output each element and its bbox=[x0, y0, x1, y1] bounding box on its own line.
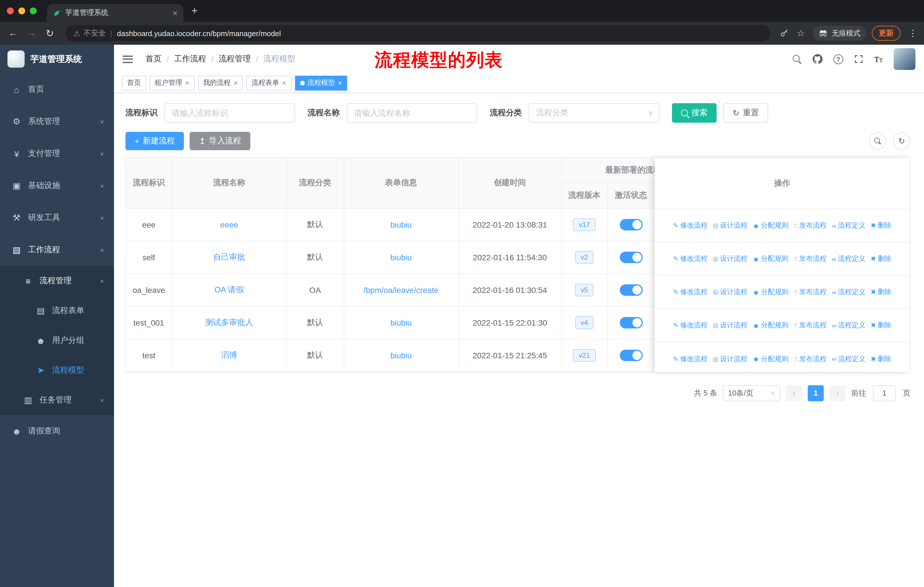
tag-close-icon[interactable]: × bbox=[282, 79, 286, 87]
publish-process-link[interactable]: ☝发布流程 bbox=[794, 354, 827, 364]
process-category-select[interactable]: 流程分类 ∨ bbox=[529, 103, 659, 123]
form-link[interactable]: biubiu bbox=[390, 253, 412, 262]
form-link[interactable]: biubiu bbox=[390, 318, 412, 327]
edit-process-link[interactable]: ✎修改流程 bbox=[673, 221, 708, 230]
password-key-icon[interactable] bbox=[780, 29, 789, 38]
help-icon[interactable]: ? bbox=[833, 54, 843, 64]
sidebar-item-process-management[interactable]: ≡ 流程管理 ∧ bbox=[0, 266, 114, 296]
reload-button[interactable]: ↻ bbox=[43, 27, 56, 39]
reset-button[interactable]: ↻ 重置 bbox=[723, 103, 768, 123]
tag-my-process[interactable]: 我的流程 × bbox=[198, 75, 243, 90]
edit-process-link[interactable]: ✎修改流程 bbox=[673, 321, 708, 330]
page-1-button[interactable]: 1 bbox=[808, 385, 824, 401]
create-process-button[interactable]: + 新建流程 bbox=[125, 132, 184, 150]
process-name-input[interactable] bbox=[346, 103, 477, 123]
window-zoom-button[interactable] bbox=[30, 7, 37, 14]
search-icon[interactable] bbox=[792, 55, 801, 63]
design-process-link[interactable]: ◎设计流程 bbox=[713, 354, 747, 364]
process-name-link[interactable]: eeee bbox=[220, 220, 238, 229]
design-process-link[interactable]: ◎设计流程 bbox=[713, 321, 747, 330]
form-link[interactable]: biubiu bbox=[390, 351, 412, 360]
sidebar-item-workflow[interactable]: ▧ 工作流程 ∧ bbox=[0, 234, 114, 266]
next-page-button[interactable]: › bbox=[830, 385, 845, 401]
breadcrumb-workflow[interactable]: 工作流程 bbox=[174, 54, 206, 64]
tag-process-form[interactable]: 流程表单 × bbox=[246, 75, 291, 90]
publish-process-link[interactable]: ☝发布流程 bbox=[794, 254, 827, 264]
edit-process-link[interactable]: ✎修改流程 bbox=[673, 287, 708, 297]
active-toggle[interactable] bbox=[620, 219, 642, 230]
sidebar-item-infrastructure[interactable]: ▣ 基础设施 ∨ bbox=[0, 170, 114, 202]
bookmark-star-icon[interactable]: ☆ bbox=[795, 28, 807, 38]
process-name-link[interactable]: OA 请假 bbox=[214, 284, 244, 294]
active-toggle[interactable] bbox=[620, 349, 642, 361]
goto-page-input[interactable] bbox=[873, 385, 896, 401]
sidebar-item-payment[interactable]: ¥ 支付管理 ∨ bbox=[0, 137, 114, 170]
edit-process-link[interactable]: ✎修改流程 bbox=[673, 254, 708, 264]
edit-process-link[interactable]: ✎修改流程 bbox=[673, 354, 708, 364]
process-definition-link[interactable]: ∞流程定义 bbox=[832, 221, 866, 230]
github-icon[interactable] bbox=[812, 54, 822, 64]
process-definition-link[interactable]: ∞流程定义 bbox=[832, 354, 866, 364]
tag-close-icon[interactable]: × bbox=[233, 79, 238, 87]
process-name-link[interactable]: 测试多审批人 bbox=[205, 317, 253, 326]
sidebar-item-process-form[interactable]: ▤ 流程表单 bbox=[0, 296, 114, 326]
publish-process-link[interactable]: ☝发布流程 bbox=[794, 221, 827, 230]
delete-process-link[interactable]: ✖删除 bbox=[871, 354, 891, 364]
sidebar-item-task-management[interactable]: ▥ 任务管理 ∨ bbox=[0, 385, 114, 415]
app-logo[interactable]: 芋道管理系统 bbox=[0, 45, 114, 73]
process-name-link[interactable]: 自己审批 bbox=[213, 252, 245, 261]
tag-process-model[interactable]: 流程模型 × bbox=[295, 75, 347, 90]
sidebar-item-user-group[interactable]: ☻ 用户分组 bbox=[0, 326, 114, 356]
refresh-table-button[interactable]: ↻ bbox=[893, 132, 910, 150]
active-toggle[interactable] bbox=[620, 284, 642, 296]
publish-process-link[interactable]: ☝发布流程 bbox=[794, 321, 827, 330]
assign-rule-link[interactable]: ☻分配规则 bbox=[752, 287, 788, 297]
toggle-search-button[interactable] bbox=[869, 132, 886, 150]
publish-process-link[interactable]: ☝发布流程 bbox=[794, 287, 827, 297]
sidebar-item-leave-query[interactable]: ☻ 请假查询 bbox=[0, 415, 114, 447]
fullscreen-icon[interactable] bbox=[854, 55, 863, 64]
prev-page-button[interactable]: ‹ bbox=[786, 385, 802, 401]
delete-process-link[interactable]: ✖删除 bbox=[871, 254, 891, 264]
assign-rule-link[interactable]: ☻分配规则 bbox=[752, 321, 788, 330]
sidebar-item-devtools[interactable]: ⚒ 研发工具 ∨ bbox=[0, 202, 114, 234]
tab-close-icon[interactable]: × bbox=[172, 8, 178, 18]
sidebar-item-process-model[interactable]: ➤ 流程模型 bbox=[0, 356, 114, 385]
sidebar-item-system[interactable]: ⚙ 系统管理 ∨ bbox=[0, 106, 114, 137]
tag-tenant-management[interactable]: 租户管理 × bbox=[150, 75, 195, 90]
delete-process-link[interactable]: ✖删除 bbox=[871, 321, 891, 330]
browser-menu-icon[interactable]: ⋮ bbox=[909, 28, 917, 38]
browser-update-button[interactable]: 更新 bbox=[872, 26, 901, 41]
active-toggle[interactable] bbox=[620, 251, 642, 263]
assign-rule-link[interactable]: ☻分配规则 bbox=[752, 254, 788, 264]
process-id-input[interactable] bbox=[164, 103, 295, 123]
design-process-link[interactable]: ◎设计流程 bbox=[713, 287, 747, 297]
delete-process-link[interactable]: ✖删除 bbox=[871, 221, 891, 230]
process-definition-link[interactable]: ∞流程定义 bbox=[832, 287, 866, 297]
form-link[interactable]: biubiu bbox=[390, 220, 412, 229]
page-size-select[interactable]: 10条/页 ∨ bbox=[723, 385, 780, 401]
process-definition-link[interactable]: ∞流程定义 bbox=[832, 254, 866, 264]
process-name-link[interactable]: 滔博 bbox=[221, 350, 237, 359]
form-link[interactable]: /bpm/oa/leave/create bbox=[363, 285, 439, 294]
font-size-icon[interactable]: TT bbox=[874, 54, 883, 64]
import-process-button[interactable]: ↥ 导入流程 bbox=[190, 132, 250, 150]
assign-rule-link[interactable]: ☻分配规则 bbox=[752, 354, 788, 364]
new-tab-button[interactable]: + bbox=[191, 5, 198, 17]
assign-rule-link[interactable]: ☻分配规则 bbox=[752, 221, 788, 230]
breadcrumb-home[interactable]: 首页 bbox=[145, 54, 162, 64]
breadcrumb-process-management[interactable]: 流程管理 bbox=[219, 54, 251, 64]
window-close-button[interactable] bbox=[7, 7, 14, 14]
back-button[interactable]: ← bbox=[7, 28, 20, 39]
forward-button[interactable]: → bbox=[25, 28, 38, 39]
tag-close-icon[interactable]: × bbox=[185, 79, 189, 87]
design-process-link[interactable]: ◎设计流程 bbox=[713, 221, 747, 230]
delete-process-link[interactable]: ✖删除 bbox=[871, 287, 891, 297]
address-bar[interactable]: ⚠ 不安全 | dashboard.yudao.iocoder.cn/bpm/m… bbox=[65, 25, 771, 41]
search-button[interactable]: 搜索 bbox=[672, 103, 717, 123]
design-process-link[interactable]: ◎设计流程 bbox=[713, 254, 747, 264]
tag-home[interactable]: 首页 bbox=[122, 75, 146, 90]
window-minimize-button[interactable] bbox=[18, 7, 25, 14]
active-toggle[interactable] bbox=[620, 317, 642, 328]
tag-close-icon[interactable]: × bbox=[338, 79, 342, 87]
